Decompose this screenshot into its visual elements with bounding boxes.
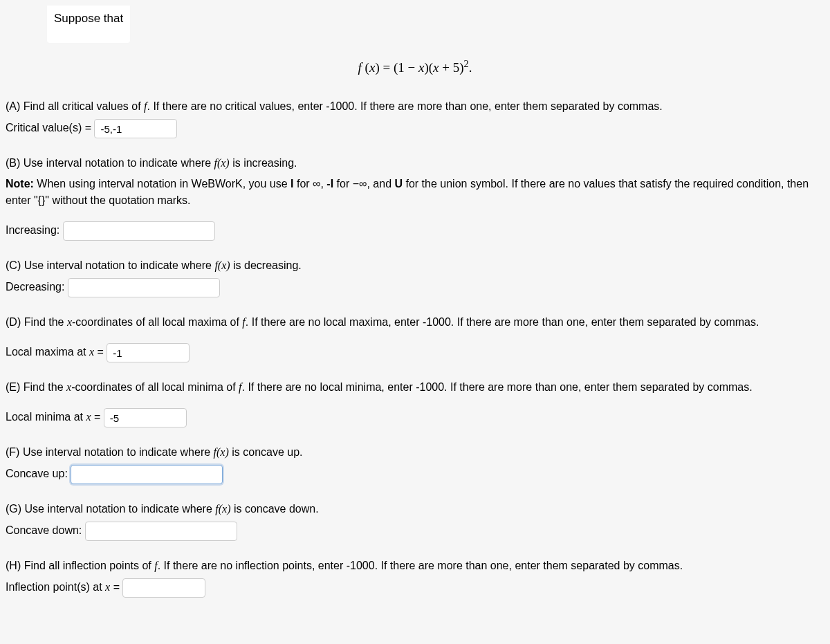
part-e-text-mid: -coordinates of all local minima of — [71, 381, 239, 393]
part-e-input-row: Local minima at x = — [6, 408, 824, 427]
local-minima-input[interactable] — [104, 408, 187, 427]
inflection-input[interactable] — [122, 578, 205, 598]
part-a-input-row: Critical value(s) = — [6, 119, 824, 138]
part-a-text-after: . If there are no critical values, enter… — [147, 100, 663, 112]
part-f-prompt: (F) Use interval notation to indicate wh… — [6, 444, 824, 461]
part-h-text-before: (H) Find all inflection points of — [6, 560, 154, 571]
part-f-text-after: is concave up. — [229, 446, 303, 458]
concave-up-label: Concave up: — [6, 468, 68, 480]
part-b-text-before: (B) Use interval notation to indicate wh… — [6, 157, 214, 169]
x-symbol-d: x — [67, 316, 72, 328]
critical-values-input[interactable] — [94, 119, 177, 138]
part-h-input-row: Inflection point(s) at x = — [6, 578, 824, 598]
note-prefix: Note: — [6, 178, 34, 190]
part-b: (B) Use interval notation to indicate wh… — [6, 155, 824, 241]
decreasing-input[interactable] — [68, 278, 220, 297]
local-maxima-label-before: Local maxima at — [6, 347, 89, 358]
note-for-inf: for ∞, — [294, 178, 327, 190]
x-symbol-d2: x — [89, 347, 94, 358]
intro-row: Suppose that — [6, 6, 824, 43]
decreasing-label: Decreasing: — [6, 282, 64, 293]
part-c-prompt: (C) Use interval notation to indicate wh… — [6, 257, 824, 274]
part-h: (H) Find all inflection points of f. If … — [6, 558, 824, 598]
formula: f (x) = (1 − x)(x + 5)2. — [6, 57, 824, 78]
part-g: (G) Use interval notation to indicate wh… — [6, 501, 824, 541]
part-d-text-after: . If there are no local maxima, enter -1… — [246, 316, 759, 328]
part-d-text-mid: -coordinates of all local maxima of — [72, 316, 242, 328]
note-for-neginf: for −∞, and — [333, 178, 394, 190]
local-minima-label-before: Local minima at — [6, 412, 86, 423]
fx-symbol-f: f(x) — [214, 446, 229, 458]
concave-down-label: Concave down: — [6, 525, 82, 537]
fx-symbol-g: f(x) — [215, 503, 230, 515]
inflection-label-before: Inflection point(s) at — [6, 582, 105, 594]
increasing-input[interactable] — [63, 221, 215, 241]
part-b-input-row: Increasing: — [6, 221, 824, 241]
part-h-text-after: . If there are no inflection points, ent… — [158, 560, 683, 571]
part-f: (F) Use interval notation to indicate wh… — [6, 444, 824, 484]
part-a-prompt: (A) Find all critical values of f. If th… — [6, 98, 824, 115]
part-g-text-after: is concave down. — [230, 503, 318, 515]
part-a: (A) Find all critical values of f. If th… — [6, 98, 824, 138]
local-minima-label-after: = — [91, 412, 104, 423]
part-d-text-before: (D) Find the — [6, 316, 67, 328]
concave-down-input[interactable] — [85, 522, 237, 541]
part-c-text-after: is decreasing. — [230, 259, 302, 271]
part-d: (D) Find the x-coordinates of all local … — [6, 314, 824, 362]
part-g-text-before: (G) Use interval notation to indicate wh… — [6, 503, 215, 515]
local-maxima-label-after: = — [94, 347, 107, 358]
part-b-prompt: (B) Use interval notation to indicate wh… — [6, 155, 824, 172]
part-f-input-row: Concave up: — [6, 465, 824, 484]
part-e-prompt: (E) Find the x-coordinates of all local … — [6, 379, 824, 396]
part-b-text-after: is increasing. — [230, 157, 297, 169]
part-c-input-row: Decreasing: — [6, 278, 824, 297]
interval-note: Note: When using interval notation in We… — [6, 176, 824, 209]
problem-container: Suppose that f (x) = (1 − x)(x + 5)2. (A… — [0, 0, 830, 620]
note-u: U — [394, 178, 403, 190]
note-body: When using interval notation in WeBWorK,… — [34, 178, 290, 190]
x-symbol-e2: x — [86, 412, 91, 423]
part-e-text-before: (E) Find the — [6, 381, 66, 393]
local-maxima-input[interactable] — [107, 343, 190, 362]
part-c-text-before: (C) Use interval notation to indicate wh… — [6, 259, 214, 271]
critical-values-label: Critical value(s) = — [6, 122, 94, 134]
intro-text: Suppose that — [47, 6, 130, 43]
part-f-text-before: (F) Use interval notation to indicate wh… — [6, 446, 214, 458]
fx-symbol-b: f(x) — [214, 157, 229, 169]
part-d-prompt: (D) Find the x-coordinates of all local … — [6, 314, 824, 331]
part-e-text-after: . If there are no local minima, enter -1… — [241, 381, 752, 393]
part-c: (C) Use interval notation to indicate wh… — [6, 257, 824, 297]
part-h-prompt: (H) Find all inflection points of f. If … — [6, 558, 824, 574]
part-g-input-row: Concave down: — [6, 522, 824, 541]
part-d-input-row: Local maxima at x = — [6, 343, 824, 362]
increasing-label: Increasing: — [6, 225, 59, 237]
part-e: (E) Find the x-coordinates of all local … — [6, 379, 824, 427]
part-a-text-before: (A) Find all critical values of — [6, 100, 144, 112]
concave-up-input[interactable] — [71, 465, 223, 484]
part-g-prompt: (G) Use interval notation to indicate wh… — [6, 501, 824, 517]
inflection-label-after: = — [110, 582, 122, 594]
fx-symbol-c: f(x) — [214, 259, 230, 271]
note-neg-i: -I — [326, 178, 333, 190]
